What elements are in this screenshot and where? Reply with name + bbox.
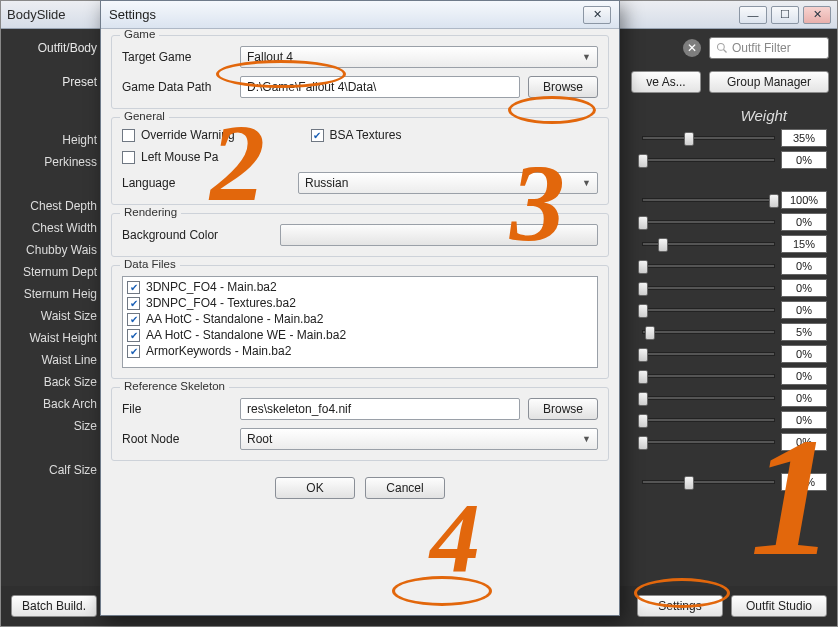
skel-file-label: File bbox=[122, 402, 232, 416]
close-button[interactable]: ✕ bbox=[803, 6, 831, 24]
slider-label bbox=[5, 437, 101, 459]
save-as-button[interactable]: ve As... bbox=[631, 71, 701, 93]
data-file-item[interactable]: ✔ArmorKeywords - Main.ba2 bbox=[125, 343, 595, 359]
data-file-name: AA HotC - Standalone WE - Main.ba2 bbox=[146, 328, 346, 342]
data-file-item[interactable]: ✔AA HotC - Standalone - Main.ba2 bbox=[125, 311, 595, 327]
checkbox-icon: ✔ bbox=[127, 313, 140, 326]
slider-thumb[interactable] bbox=[638, 392, 648, 406]
slider-thumb[interactable] bbox=[684, 476, 694, 490]
browse-data-path-button[interactable]: Browse bbox=[528, 76, 598, 98]
slider-track[interactable] bbox=[642, 242, 775, 246]
slider-track[interactable] bbox=[642, 264, 775, 268]
slider-thumb[interactable] bbox=[638, 348, 648, 362]
slider-label: Sternum Dept bbox=[5, 261, 101, 283]
data-files-list[interactable]: ✔3DNPC_FO4 - Main.ba2✔3DNPC_FO4 - Textur… bbox=[122, 276, 598, 368]
data-path-value: D:\Game\Fallout 4\Data\ bbox=[247, 80, 376, 94]
data-file-name: 3DNPC_FO4 - Textures.ba2 bbox=[146, 296, 296, 310]
cancel-button[interactable]: Cancel bbox=[365, 477, 445, 499]
slider-value[interactable]: 0% bbox=[781, 301, 827, 319]
slider-thumb[interactable] bbox=[638, 414, 648, 428]
slider-value[interactable]: 35% bbox=[781, 129, 827, 147]
slider-track[interactable] bbox=[642, 158, 775, 162]
slider-value[interactable]: 0% bbox=[781, 257, 827, 275]
outfit-filter-input[interactable]: Outfit Filter bbox=[709, 37, 829, 59]
slider-thumb[interactable] bbox=[638, 260, 648, 274]
maximize-button[interactable]: ☐ bbox=[771, 6, 799, 24]
slider-thumb[interactable] bbox=[638, 436, 648, 450]
slider-track[interactable] bbox=[642, 480, 775, 484]
slider-label: Chest Depth bbox=[5, 195, 101, 217]
dialog-close-button[interactable]: ✕ bbox=[583, 6, 611, 24]
data-file-item[interactable]: ✔3DNPC_FO4 - Main.ba2 bbox=[125, 279, 595, 295]
browse-skel-button[interactable]: Browse bbox=[528, 398, 598, 420]
left-mouse-checkbox[interactable]: Left Mouse Pa bbox=[122, 150, 218, 164]
data-file-name: AA HotC - Standalone - Main.ba2 bbox=[146, 312, 323, 326]
slider-thumb[interactable] bbox=[638, 216, 648, 230]
slider-thumb[interactable] bbox=[638, 370, 648, 384]
slider-label: Back Arch bbox=[5, 393, 101, 415]
slider-value[interactable]: 0% bbox=[781, 345, 827, 363]
skel-file-input[interactable]: res\skeleton_fo4.nif bbox=[240, 398, 520, 420]
data-file-item[interactable]: ✔3DNPC_FO4 - Textures.ba2 bbox=[125, 295, 595, 311]
slider-track[interactable] bbox=[642, 308, 775, 312]
slider-value[interactable]: 0% bbox=[781, 279, 827, 297]
data-path-input[interactable]: D:\Game\Fallout 4\Data\ bbox=[240, 76, 520, 98]
slider-thumb[interactable] bbox=[684, 132, 694, 146]
slider-track[interactable] bbox=[642, 396, 775, 400]
slider-row: 100% bbox=[642, 191, 827, 209]
batch-build-button[interactable]: Batch Build. bbox=[11, 595, 97, 617]
slider-track[interactable] bbox=[642, 418, 775, 422]
clear-outfit-icon[interactable]: ✕ bbox=[683, 39, 701, 57]
slider-thumb[interactable] bbox=[638, 154, 648, 168]
slider-track[interactable] bbox=[642, 374, 775, 378]
slider-value[interactable]: 0% bbox=[781, 389, 827, 407]
slider-track[interactable] bbox=[642, 352, 775, 356]
slider-thumb[interactable] bbox=[638, 304, 648, 318]
slider-value[interactable]: 0% bbox=[781, 411, 827, 429]
slider-track[interactable] bbox=[642, 286, 775, 290]
slider-track[interactable] bbox=[642, 220, 775, 224]
slider-value[interactable]: 0% bbox=[781, 367, 827, 385]
minimize-button[interactable]: — bbox=[739, 6, 767, 24]
slider-thumb[interactable] bbox=[769, 194, 779, 208]
data-file-item[interactable]: ✔AA HotC - Standalone WE - Main.ba2 bbox=[125, 327, 595, 343]
slider-value[interactable]: 5% bbox=[781, 323, 827, 341]
slider-value[interactable]: 100% bbox=[781, 191, 827, 209]
outfit-studio-button[interactable]: Outfit Studio bbox=[731, 595, 827, 617]
settings-dialog: Settings ✕ Game Target Game Fallout 4 ▼ … bbox=[100, 0, 620, 616]
slider-thumb[interactable] bbox=[658, 238, 668, 252]
slider-track[interactable] bbox=[642, 136, 775, 140]
settings-button[interactable]: Settings bbox=[637, 595, 723, 617]
dialog-actions: OK Cancel bbox=[111, 469, 609, 509]
override-warning-checkbox[interactable]: Override Warning bbox=[122, 128, 235, 142]
slider-value[interactable]: 15% bbox=[781, 235, 827, 253]
target-game-value: Fallout 4 bbox=[247, 50, 293, 64]
slider-row: 0% bbox=[642, 433, 827, 451]
slider-value[interactable]: 0% bbox=[781, 433, 827, 451]
slider-thumb[interactable] bbox=[638, 282, 648, 296]
slider-thumb[interactable] bbox=[645, 326, 655, 340]
slider-value[interactable]: 0% bbox=[781, 213, 827, 231]
slider-label: Perkiness bbox=[5, 151, 101, 173]
bsa-textures-checkbox[interactable]: ✔ BSA Textures bbox=[311, 128, 402, 142]
bg-color-button[interactable] bbox=[280, 224, 598, 246]
slider-track[interactable] bbox=[642, 198, 775, 202]
slider-label: Back Size bbox=[5, 371, 101, 393]
group-manager-button[interactable]: Group Manager bbox=[709, 71, 829, 93]
group-general-label: General bbox=[120, 110, 169, 122]
slider-row: 0% bbox=[642, 279, 827, 297]
chevron-down-icon: ▼ bbox=[582, 178, 591, 188]
slider-track[interactable] bbox=[642, 440, 775, 444]
slider-value[interactable]: 35% bbox=[781, 473, 827, 491]
slider-value[interactable]: 0% bbox=[781, 151, 827, 169]
checkbox-icon: ✔ bbox=[311, 129, 324, 142]
slider-track[interactable] bbox=[642, 330, 775, 334]
slider-label: Chest Width bbox=[5, 217, 101, 239]
ok-button[interactable]: OK bbox=[275, 477, 355, 499]
root-node-combo[interactable]: Root ▼ bbox=[240, 428, 598, 450]
language-combo[interactable]: Russian ▼ bbox=[298, 172, 598, 194]
dialog-title: Settings bbox=[109, 7, 156, 22]
target-game-combo[interactable]: Fallout 4 ▼ bbox=[240, 46, 598, 68]
slider-row: 0% bbox=[642, 151, 827, 169]
slider-label: Chubby Wais bbox=[5, 239, 101, 261]
